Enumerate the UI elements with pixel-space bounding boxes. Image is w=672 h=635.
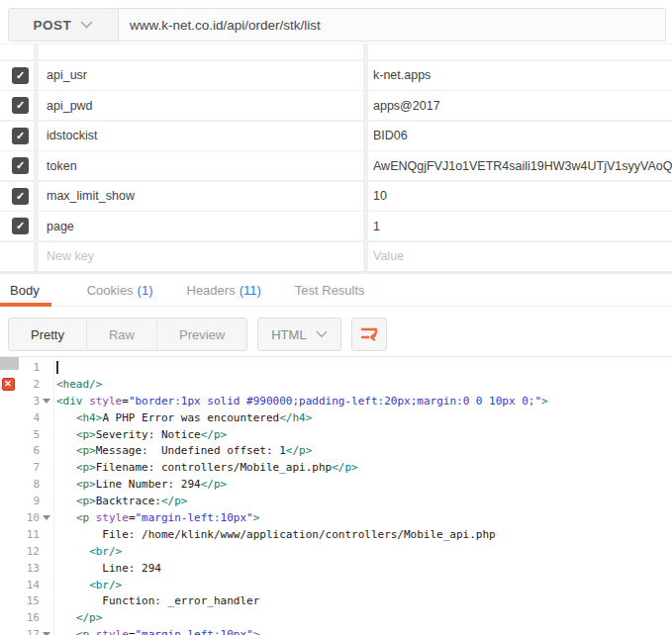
code-text: <br/> <box>53 579 122 591</box>
line-number: 15 <box>16 594 40 607</box>
view-mode-group: PrettyRawPreview <box>8 318 247 351</box>
token-tag: <p> <box>76 495 96 507</box>
tab-cookies[interactable]: Cookies(1) <box>77 274 163 306</box>
code-line: 5 <p>Severity: Notice</p> <box>0 426 672 443</box>
token-text: = <box>122 395 129 408</box>
tab-headers[interactable]: Headers(11) <box>177 274 271 306</box>
line-number: 6 <box>16 444 40 457</box>
code-line: 12 <br/> <box>0 543 672 560</box>
code-text: <br/> <box>53 545 122 558</box>
code-text: </p> <box>53 611 102 624</box>
row-checkbox[interactable]: ✓ <box>12 218 29 234</box>
row-checkbox[interactable]: ✓ <box>12 188 29 205</box>
check-icon: ✓ <box>16 160 25 171</box>
new-value-input[interactable]: Value <box>368 242 672 271</box>
token-text <box>56 545 89 558</box>
token-tag: </h4> <box>279 411 312 424</box>
param-value-field[interactable]: BID06 <box>368 122 672 150</box>
tab-body[interactable]: Body <box>0 274 49 306</box>
error-icon[interactable]: ✕ <box>2 378 15 391</box>
wrap-text-icon <box>358 322 380 347</box>
wrap-text-button[interactable] <box>351 318 387 351</box>
code-line: 17 <p style="margin-left:10px"> <box>0 626 672 635</box>
checkbox-cell: ✓ <box>0 182 34 211</box>
url-input[interactable]: www.k-net.co.id/api/order/stk/list <box>119 9 665 41</box>
token-tag: > <box>541 395 548 408</box>
code-line: 16 </p> <box>0 609 672 626</box>
method-selector[interactable]: POST <box>9 9 119 41</box>
code-line: 3<div style="border:1px solid #990000;pa… <box>0 393 672 409</box>
param-key-field[interactable]: api_pwd <box>39 91 363 120</box>
view-toolbar: PrettyRawPreview HTML <box>8 318 387 351</box>
code-line: 11 File: /home/klink/www/application/con… <box>0 526 672 543</box>
param-value-field[interactable]: 1 <box>368 212 672 240</box>
token-tag: <p> <box>76 428 96 441</box>
code-line: ✕2<head/> <box>0 376 672 393</box>
param-key-field[interactable]: token <box>39 151 363 180</box>
token-tag: <br/> <box>89 545 122 558</box>
code-line: 1 <box>0 359 672 376</box>
code-line: 4 <h4>A PHP Error was encountered</h4> <box>0 409 672 426</box>
row-checkbox[interactable]: ✓ <box>12 128 29 144</box>
param-key-field[interactable]: idstockist <box>39 122 363 150</box>
mode-pretty[interactable]: Pretty <box>9 318 86 350</box>
param-value-field[interactable]: k-net.apps <box>368 61 672 90</box>
code-line: 10 <p style="margin-left:10px"> <box>0 509 672 526</box>
param-value-field[interactable]: 10 <box>368 182 672 211</box>
language-label: HTML <box>271 327 306 342</box>
text-cursor <box>56 361 58 374</box>
token-tag: > <box>253 511 260 524</box>
token-text <box>56 611 76 624</box>
token-tag: </p> <box>161 495 188 507</box>
token-text: File: /home/klink/www/application/contro… <box>56 528 496 541</box>
row-checkbox[interactable]: ✓ <box>12 157 29 174</box>
method-label: POST <box>34 18 72 33</box>
code-text: Line: 294 <box>53 562 161 575</box>
check-icon: ✓ <box>16 100 25 111</box>
tab-label: Test Results <box>295 283 365 298</box>
fold-arrow-icon[interactable] <box>43 515 50 520</box>
token-text <box>56 628 76 635</box>
gutter-marker-cell: ✕ <box>0 378 16 391</box>
token-text: Function: _error_handler <box>56 594 259 607</box>
code-editor[interactable]: 1✕2<head/>3<div style="border:1px solid … <box>0 356 672 635</box>
line-number: 9 <box>16 495 40 507</box>
chevron-down-icon <box>316 330 328 338</box>
partial-row-value-cell <box>368 45 672 59</box>
param-value-field[interactable]: apps@2017 <box>368 91 672 120</box>
token-tag: <p> <box>76 444 96 457</box>
row-checkbox[interactable]: ✓ <box>12 97 29 114</box>
token-text: Line Number: 294 <box>96 478 201 491</box>
row-checkbox[interactable]: ✓ <box>12 67 29 84</box>
token-tag: <p <box>76 628 89 635</box>
tab-test-results[interactable]: Test Results <box>285 274 375 306</box>
token-tag: <head/> <box>56 378 102 391</box>
tab-label: Headers <box>187 283 236 298</box>
param-key-field[interactable]: page <box>39 212 363 240</box>
token-text <box>56 444 76 457</box>
mode-preview[interactable]: Preview <box>156 318 246 350</box>
token-text <box>56 511 76 524</box>
checkbox-cell: ✓ <box>0 91 34 120</box>
line-number: 5 <box>16 428 40 441</box>
check-icon: ✓ <box>16 131 25 141</box>
tab-label: Body <box>10 283 40 298</box>
param-value-field[interactable]: AwENQgjFVJ1o1VETR4saili19HW3w4UTjV1syyVA… <box>368 151 672 180</box>
partial-row-key-cell <box>39 45 363 59</box>
language-selector[interactable]: HTML <box>257 318 340 351</box>
fold-arrow-icon[interactable] <box>43 399 50 404</box>
token-text <box>56 579 89 591</box>
mode-raw[interactable]: Raw <box>86 318 156 350</box>
token-tag: <h4> <box>76 411 103 424</box>
code-line: 13 Line: 294 <box>0 560 672 577</box>
new-key-input[interactable]: New key <box>39 242 363 271</box>
code-line: 9 <p>Backtrace:</p> <box>0 493 672 509</box>
param-key-field[interactable]: max_limit_show <box>39 182 363 211</box>
token-tag: </p> <box>201 428 228 441</box>
token-str: "margin-left:10px" <box>136 511 253 524</box>
code-line: 14 <br/> <box>0 577 672 593</box>
token-text <box>56 411 76 424</box>
code-text: Function: _error_handler <box>53 594 259 607</box>
param-key-field[interactable]: api_usr <box>39 61 363 90</box>
token-text: Line: 294 <box>56 562 161 575</box>
